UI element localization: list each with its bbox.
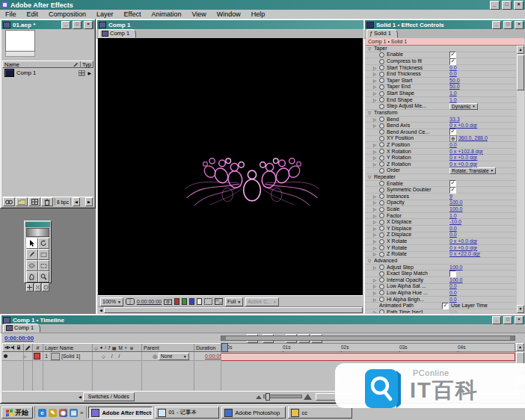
stopwatch-icon[interactable] [379, 297, 384, 302]
twirl-closed-icon[interactable]: ▷ [373, 65, 379, 71]
stopwatch-icon[interactable] [379, 52, 384, 58]
twirl-open-icon[interactable]: ▽ [368, 46, 374, 52]
close-icon[interactable]: × [514, 1, 524, 10]
stopwatch-icon[interactable] [379, 200, 384, 206]
stopwatch-icon[interactable] [379, 59, 384, 64]
menu-layer[interactable]: Layer [91, 10, 119, 18]
layer-duration-bar[interactable] [221, 353, 515, 361]
tools-titlebar[interactable] [25, 222, 50, 227]
property-value[interactable]: 50.0 [449, 84, 460, 90]
effect-row-repeater[interactable]: ▽Repeater [366, 174, 516, 181]
stopwatch-icon[interactable] [379, 78, 384, 83]
effect-row-enable[interactable]: Enable✓ [366, 52, 516, 59]
effect-row-adjust-step[interactable]: ▷Adjust Step100.0 [366, 265, 516, 271]
stopwatch-icon[interactable] [379, 181, 384, 186]
camera-orbit-tool-icon[interactable] [26, 260, 38, 271]
hscroll-right-icon[interactable]: ▶ [85, 197, 93, 206]
transparency-grid-icon[interactable] [215, 298, 223, 305]
fx-vscrollbar[interactable]: ▲ ▼ [517, 46, 524, 313]
twirl-closed-icon[interactable]: ▷ [373, 290, 379, 296]
duration-header[interactable]: Duration [194, 344, 221, 351]
mask-rect-tool-icon[interactable] [38, 249, 50, 260]
pen-launcher-icon[interactable]: ✎ [49, 409, 57, 417]
checkbox[interactable]: ✓ [442, 303, 449, 309]
stopwatch-icon[interactable] [379, 91, 384, 96]
effect-row-order[interactable]: OrderRotate, Translate▼ [366, 168, 516, 175]
property-value[interactable]: 100.0 [449, 200, 463, 206]
new-folder-icon[interactable] [16, 197, 28, 206]
project-maximize-icon[interactable]: □ [73, 21, 82, 29]
minimize-icon[interactable]: _ [490, 1, 500, 10]
effect-row-instances[interactable]: ▷Instances9 [366, 194, 516, 200]
property-value[interactable]: 0 x +22.0 dgr [449, 251, 480, 257]
effect-row-exact-step-match[interactable]: Exact Step Match [366, 271, 516, 277]
work-area-bar[interactable] [221, 336, 515, 341]
current-time-indicator[interactable] [221, 343, 228, 352]
property-value[interactable]: 100.0 [449, 265, 463, 271]
property-value[interactable]: 100.0 [449, 206, 463, 212]
start-button[interactable]: 开始 [1, 407, 33, 419]
stopwatch-icon[interactable] [379, 232, 384, 238]
project-item-comp1[interactable]: Comp 1 ▶ [2, 69, 93, 77]
twirl-closed-icon[interactable]: ▷ [373, 142, 379, 148]
effect-row-taper[interactable]: ▽Taper [366, 46, 516, 52]
scroll-up-icon[interactable]: ▲ [517, 46, 524, 54]
resolution-dropdown[interactable]: Full ▼ [225, 297, 243, 306]
menu-edit[interactable]: Edit [22, 10, 44, 18]
column-name[interactable]: Name [4, 61, 19, 68]
hand-tool-icon[interactable] [26, 271, 38, 282]
twirl-closed-icon[interactable]: ▷ [373, 78, 379, 84]
property-value[interactable]: 0 x +0.0 dgr [449, 123, 477, 129]
property-value[interactable]: 0 x +0.0 dgr [449, 245, 477, 251]
twirl-closed-icon[interactable]: ▷ [373, 71, 379, 77]
stopwatch-icon[interactable] [379, 194, 384, 199]
effect-row-opacity[interactable]: ▷Opacity100.0 [366, 200, 516, 207]
property-value[interactable]: 50.0 [449, 78, 460, 84]
stopwatch-icon[interactable] [379, 226, 384, 231]
effect-row-path-time-sec[interactable]: ▷Path Time [sec]0.0 [366, 309, 516, 313]
stopwatch-icon[interactable] [379, 220, 384, 225]
quick-launch-more-icon[interactable]: » [80, 410, 83, 416]
twirl-closed-icon[interactable]: ▷ [373, 309, 379, 313]
effect-row-taper-end[interactable]: ▷Taper End50.0 [366, 84, 516, 91]
stopwatch-icon[interactable] [379, 290, 384, 295]
twirl-open-icon[interactable]: ▽ [368, 174, 374, 180]
property-value[interactable]: 1.0 [449, 90, 457, 96]
effect-row-start-thickness[interactable]: ▷Start Thickness0.0 [366, 65, 516, 72]
effect-row-z-rotate[interactable]: ▷Z Rotate0 x +22.0 dgr [366, 252, 516, 259]
effect-row-y-rotate[interactable]: ▷Y Rotate0 x +0.0 dgr [366, 245, 516, 252]
effect-row-low-alpha-sat[interactable]: ▷Low Alpha Sat ...0.0 [366, 284, 516, 291]
menu-help[interactable]: Help [246, 10, 271, 18]
scroll-down-icon[interactable]: ▼ [517, 305, 524, 313]
stopwatch-icon[interactable] [379, 97, 384, 102]
timeline-zoom-slider[interactable] [263, 395, 302, 398]
stopwatch-icon[interactable] [379, 161, 384, 167]
effect-row-step-adjust-me[interactable]: Step Adjust Me...Dynamic▼ [366, 103, 516, 110]
timeline-timecode[interactable]: 0:00:00:00 [4, 335, 34, 342]
project-close-icon[interactable]: × [84, 21, 93, 29]
twirl-closed-icon[interactable]: ▷ [373, 251, 379, 257]
stopwatch-icon[interactable] [379, 309, 384, 313]
property-value[interactable]: 0.0 [449, 290, 457, 296]
effect-row-taper-start[interactable]: ▷Taper Start50.0 [366, 78, 516, 84]
hscroll-left-icon[interactable]: ◀ [73, 197, 80, 206]
layer-eye-icon[interactable] [4, 354, 7, 358]
effect-row-hi-alpha-brigh[interactable]: ▷Hi Alpha Brigh...0.0 [366, 297, 516, 303]
dropdown[interactable]: Rotate, Translate▼ [449, 167, 496, 174]
layer-quality2-icon[interactable]: / [111, 353, 113, 359]
stopwatch-icon[interactable] [379, 168, 384, 173]
property-value[interactable]: 1.0 [449, 213, 457, 219]
scroll-right-icon[interactable]: ▶ [88, 70, 91, 75]
stopwatch-icon[interactable] [379, 117, 384, 122]
twirl-closed-icon[interactable]: ▷ [373, 245, 379, 251]
twirl-closed-icon[interactable]: ▷ [373, 232, 379, 238]
bit-depth-label[interactable]: 8 bpc [57, 200, 69, 205]
effect-row-end-shape[interactable]: ▷End Shape1.0 [366, 97, 516, 104]
axis-world-icon[interactable] [34, 283, 42, 291]
property-value[interactable]: 0 x +0.0 dgr [449, 161, 477, 167]
switches-toggle-left-icon[interactable]: ◀ [77, 395, 83, 399]
effect-row-scale[interactable]: ▷Scale100.0 [366, 206, 516, 213]
twirl-open-icon[interactable]: ▽ [368, 258, 374, 264]
stopwatch-icon[interactable] [379, 65, 384, 70]
task-cc[interactable]: cc [288, 407, 352, 419]
